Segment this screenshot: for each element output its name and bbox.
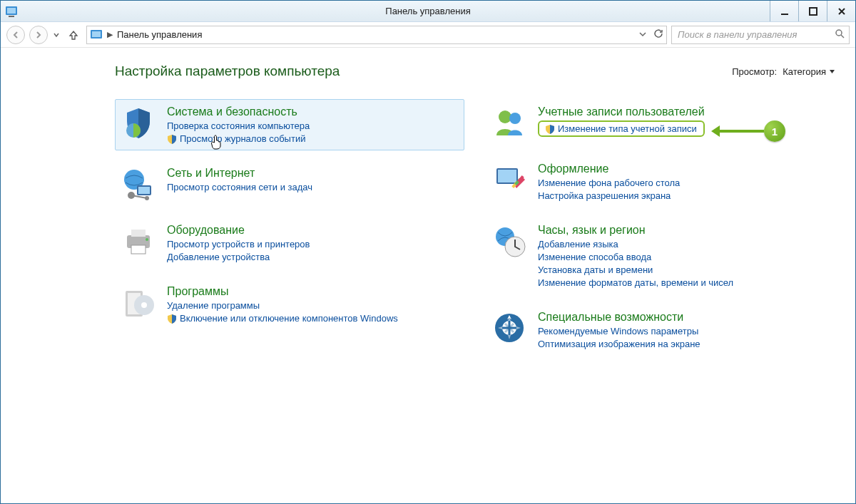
category-link[interactable]: Настройка разрешения экрана [538,190,680,201]
ease-of-access-icon [492,311,526,345]
category-ease-of-access: Специальные возможности Рекомендуемые Wi… [486,304,835,356]
category-link[interactable]: Проверка состояния компьютера [167,120,310,131]
refresh-button[interactable] [653,29,663,41]
control-panel-icon [90,29,103,41]
category-link[interactable]: Удаление программы [167,300,398,311]
category-title[interactable]: Учетные записи пользователей [538,106,705,118]
printer-icon [121,224,156,258]
category-link[interactable]: Добавление языка [538,239,733,250]
clock-globe-icon [492,224,526,258]
category-link-change-account-type[interactable]: Изменение типа учетной записи [545,123,697,134]
svg-rect-1 [7,8,16,14]
category-link[interactable]: Изменение фона рабочего стола [538,178,680,188]
titlebar: Панель управления [1,1,855,22]
shield-icon [121,106,156,140]
category-link[interactable]: Просмотр состояния сети и задач [167,182,312,192]
svg-rect-3 [781,14,788,15]
view-selector: Просмотр: Категория [732,66,835,77]
category-hardware: Оборудование Просмотр устройств и принте… [115,217,464,269]
breadcrumb-separator-icon: ▶ [107,30,113,39]
category-title[interactable]: Система и безопасность [167,106,310,118]
category-title[interactable]: Оборудование [167,224,310,237]
view-dropdown[interactable]: Категория [783,66,835,77]
right-column: Учетные записи пользователей Изменение т… [486,99,835,356]
uac-shield-icon [167,314,177,324]
svg-rect-16 [131,245,146,254]
addressbar[interactable]: ▶ Панель управления [86,26,667,44]
forward-button[interactable] [29,26,48,44]
content-area: Настройка параметров компьютера Просмотр… [1,48,855,503]
up-button[interactable] [65,26,82,43]
category-link[interactable]: Включение или отключение компонентов Win… [167,313,398,324]
minimize-button[interactable] [770,1,798,21]
window-title: Панель управления [1,6,855,16]
window-controls [770,1,855,21]
svg-point-23 [509,113,521,124]
category-title[interactable]: Сеть и Интернет [167,167,312,180]
svg-rect-25 [498,170,516,182]
svg-rect-4 [810,8,817,15]
search-input[interactable] [676,29,835,41]
svg-rect-2 [9,16,14,17]
category-link[interactable]: Изменение способа ввода [538,252,733,262]
category-network: Сеть и Интернет Просмотр состояния сети … [115,160,464,207]
addressbar-dropdown-icon[interactable] [639,29,646,40]
category-link[interactable]: Рекомендуемые Windows параметры [538,326,700,336]
search-box[interactable] [671,26,850,44]
category-link[interactable]: Оптимизация изображения на экране [538,339,700,349]
control-panel-icon [5,5,18,18]
category-clock-language-region: Часы, язык и регион Добавление языка Изм… [486,217,835,294]
category-link[interactable]: Изменение форматов даты, времени и чисел [538,277,733,288]
category-title[interactable]: Специальные возможности [538,311,700,324]
svg-rect-11 [138,187,150,194]
svg-rect-15 [131,230,146,237]
back-button[interactable] [6,26,25,44]
close-button[interactable] [827,1,855,21]
category-link[interactable]: Добавление устройства [167,252,310,262]
uac-shield-icon [167,134,177,144]
svg-point-7 [836,30,842,36]
category-system-security: Система и безопасность Проверка состояни… [115,99,464,150]
category-title[interactable]: Оформление [538,163,680,175]
svg-point-17 [146,238,148,241]
users-icon [492,106,526,140]
maximize-button[interactable] [798,1,827,21]
globe-network-icon [121,167,156,201]
svg-point-21 [141,302,147,308]
left-column: Система и безопасность Проверка состояни… [115,99,464,356]
disc-box-icon [121,285,156,319]
nav-toolbar: ▶ Панель управления [1,22,855,48]
category-link[interactable]: Установка даты и времени [538,264,733,275]
search-icon[interactable] [835,29,845,41]
history-dropdown[interactable] [52,32,61,38]
category-link[interactable]: Просмотр устройств и принтеров [167,239,310,250]
highlighted-link-box: Изменение типа учетной записи [538,120,705,137]
view-label: Просмотр: [732,66,777,77]
uac-shield-icon [545,124,555,134]
appearance-icon [492,163,526,197]
category-title[interactable]: Часы, язык и регион [538,224,733,237]
category-title[interactable]: Программы [167,285,398,298]
window-frame: Панель управления [0,0,856,504]
svg-rect-6 [92,31,101,37]
page-heading: Настройка параметров компьютера [115,63,340,79]
category-user-accounts: Учетные записи пользователей Изменение т… [486,99,835,146]
addressbar-location[interactable]: Панель управления [117,29,202,40]
category-link[interactable]: Просмотр журналов событий [167,133,310,144]
category-programs: Программы Удаление программы Включение и… [115,279,464,330]
category-appearance: Оформление Изменение фона рабочего стола… [486,156,835,207]
